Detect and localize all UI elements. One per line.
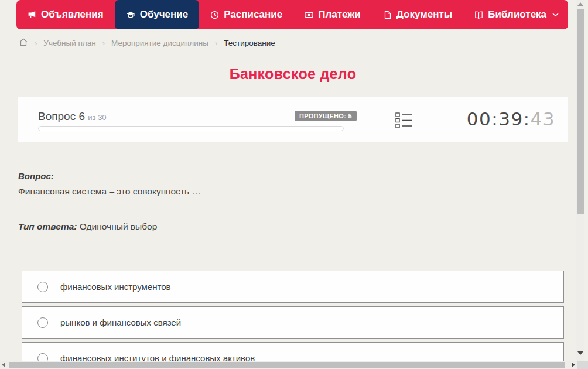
document-icon xyxy=(383,11,392,19)
breadcrumb-item-current: Тестирование xyxy=(224,39,275,47)
answer-option-2[interactable]: рынков и финансовых связей xyxy=(22,306,564,339)
horizontal-scrollbar[interactable] xyxy=(0,361,577,369)
breadcrumb: › Учебный план › Мероприятие дисциплины … xyxy=(19,36,275,49)
timer: 00:39:43 xyxy=(467,108,555,129)
answer-options: финансовых инструментов рынков и финансо… xyxy=(22,271,564,369)
banknote-icon xyxy=(305,11,313,19)
nav-tab-schedule[interactable]: Расписание xyxy=(199,0,293,29)
nav-tab-label: Документы xyxy=(396,9,453,20)
nav-tab-library[interactable]: Библиотека xyxy=(463,0,570,29)
scroll-down-arrow-icon[interactable] xyxy=(577,351,583,355)
home-icon[interactable] xyxy=(19,37,28,49)
answer-option-label: финансовых инструментов xyxy=(60,282,171,292)
megaphone-icon xyxy=(28,11,36,19)
nav-tab-label: Объявления xyxy=(41,9,104,20)
question-number-text: Вопрос 6 xyxy=(38,110,85,122)
question-list-icon[interactable] xyxy=(395,112,412,129)
breadcrumb-separator-icon: › xyxy=(102,39,105,47)
breadcrumb-separator-icon: › xyxy=(215,39,217,47)
question-total: из 30 xyxy=(88,113,106,122)
question-number: Вопрос 6 из 30 xyxy=(38,110,107,123)
skipped-badge: ПРОПУЩЕНО: 5 xyxy=(295,111,357,121)
chevron-down-icon xyxy=(552,13,559,17)
nav-tab-announcements[interactable]: Объявления xyxy=(16,0,115,29)
graduation-cap-icon xyxy=(126,11,135,19)
vertical-scrollbar-thumb[interactable] xyxy=(577,9,584,214)
breadcrumb-item-study-plan[interactable]: Учебный план xyxy=(43,39,95,47)
breadcrumb-separator-icon: › xyxy=(35,39,37,47)
scroll-right-arrow-icon[interactable] xyxy=(572,363,575,367)
radio-icon[interactable] xyxy=(37,282,48,292)
clock-icon xyxy=(210,11,219,19)
nav-tab-documents[interactable]: Документы xyxy=(372,0,464,29)
progress-bar xyxy=(38,126,344,131)
nav-tab-payments[interactable]: Платежи xyxy=(293,0,372,29)
question-label: Вопрос: xyxy=(18,171,54,181)
horizontal-scrollbar-thumb[interactable] xyxy=(9,362,565,368)
nav-tab-education[interactable]: Обучение xyxy=(115,0,199,29)
nav-tab-label: Расписание xyxy=(224,9,282,20)
answer-type-value: Одиночный выбор xyxy=(80,221,158,231)
app-frame: Объявления Обучение Расписание Платежи Д… xyxy=(0,0,588,369)
scroll-up-arrow-icon[interactable] xyxy=(577,2,583,6)
top-nav: Объявления Обучение Расписание Платежи Д… xyxy=(16,0,568,29)
answer-option-1[interactable]: финансовых инструментов xyxy=(22,271,564,303)
question-text: Финансовая система – это совокупность … xyxy=(18,186,201,197)
nav-tab-label: Обучение xyxy=(140,9,188,20)
answer-option-label: рынков и финансовых связей xyxy=(60,317,181,327)
answer-type-row: Тип ответа: Одиночный выбор xyxy=(18,221,157,232)
radio-icon[interactable] xyxy=(37,317,48,328)
timer-hours-minutes: 00:39: xyxy=(467,108,531,129)
page-title: Банковское дело xyxy=(0,66,586,83)
vertical-scrollbar[interactable] xyxy=(576,0,584,361)
nav-tab-label: Библиотека xyxy=(488,9,546,20)
question-header-card: Вопрос 6 из 30 ПРОПУЩЕНО: 5 00:39:43 xyxy=(18,97,568,142)
scrollbar-corner xyxy=(577,361,588,369)
nav-tab-label: Платежи xyxy=(318,9,361,20)
timer-seconds: 43 xyxy=(531,108,555,129)
scroll-left-arrow-icon[interactable] xyxy=(2,363,5,367)
breadcrumb-item-discipline-event[interactable]: Мероприятие дисциплины xyxy=(111,39,208,47)
answer-type-label: Тип ответа: xyxy=(18,221,77,231)
book-icon xyxy=(474,11,483,19)
